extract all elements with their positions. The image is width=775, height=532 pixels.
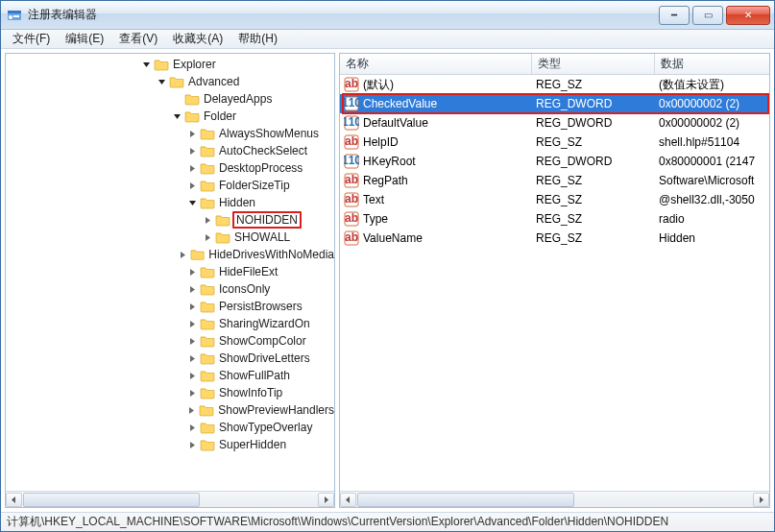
tree-item-autocheckselect[interactable]: AutoCheckSelect — [6, 142, 334, 159]
expander-closed-icon[interactable] — [186, 422, 198, 433]
value-row[interactable]: abTypeREG_SZradio — [340, 209, 769, 229]
value-row[interactable]: abHelpIDREG_SZshell.hlp#51104 — [340, 133, 769, 152]
tree-item-advanced[interactable]: Advanced — [6, 73, 334, 90]
value-data-cell: @shell32.dll,-3050 — [659, 193, 765, 206]
expander-closed-icon[interactable] — [202, 214, 213, 226]
tree-item-alwaysshowmenus[interactable]: AlwaysShowMenus — [6, 125, 334, 142]
binary-value-icon: 110 — [344, 154, 359, 169]
string-value-icon: ab — [344, 173, 359, 188]
tree-item-hidefileext[interactable]: HideFileExt — [6, 263, 334, 280]
value-name: HelpID — [363, 135, 399, 149]
expander-closed-icon[interactable] — [186, 145, 198, 157]
tree-item-superhidden[interactable]: SuperHidden — [6, 436, 334, 453]
value-row[interactable]: abValueNameREG_SZHidden — [340, 229, 769, 248]
expander-closed-icon[interactable] — [186, 180, 198, 191]
app-icon — [7, 8, 22, 23]
expander-closed-icon[interactable] — [186, 439, 198, 450]
expander-open-icon[interactable] — [140, 59, 152, 70]
expander-closed-icon[interactable] — [186, 335, 198, 347]
value-row[interactable]: abTextREG_SZ@shell32.dll,-3050 — [340, 190, 769, 209]
tree-item-showcompcolor[interactable]: ShowCompColor — [6, 332, 334, 350]
svg-text:110: 110 — [344, 154, 359, 167]
value-data-cell: Software\Microsoft — [659, 174, 765, 187]
tree-item-delayedapps[interactable]: DelayedApps — [6, 90, 334, 108]
column-type[interactable]: 类型 — [532, 54, 655, 74]
expander-closed-icon[interactable] — [202, 231, 213, 243]
tree-item-showtypeoverlay[interactable]: ShowTypeOverlay — [6, 419, 334, 436]
scroll-right-button[interactable] — [753, 493, 769, 507]
values-hscrollbar[interactable] — [340, 491, 769, 507]
tree-item-nohidden[interactable]: NOHIDDEN — [6, 211, 334, 229]
scroll-left-button[interactable] — [340, 493, 356, 507]
maximize-button[interactable]: ▭ — [692, 6, 723, 25]
expander-closed-icon[interactable] — [186, 318, 198, 329]
tree-item-desktopprocess[interactable]: DesktopProcess — [6, 159, 334, 177]
tree-hscrollbar[interactable] — [6, 491, 334, 507]
title-bar[interactable]: 注册表编辑器 ━ ▭ ✕ — [1, 1, 774, 30]
close-button[interactable]: ✕ — [726, 6, 770, 25]
tree-item-folder[interactable]: Folder — [6, 108, 334, 125]
expander-closed-icon[interactable] — [186, 162, 198, 174]
tree-item-hidedriveswithnomedia[interactable]: HideDrivesWithNoMedia — [6, 246, 334, 263]
tree-item-showpreviewhandlers[interactable]: ShowPreviewHandlers — [6, 401, 334, 419]
menu-file[interactable]: 文件(F) — [5, 29, 58, 49]
menu-favorites[interactable]: 收藏夹(A) — [165, 29, 230, 49]
scroll-track[interactable] — [23, 493, 317, 507]
expander-closed-icon[interactable] — [186, 352, 198, 364]
values-pane: 名称 类型 数据 ab(默认)REG_SZ(数值未设置)110CheckedVa… — [339, 53, 770, 508]
folder-icon — [200, 351, 215, 365]
expander-closed-icon[interactable] — [186, 266, 198, 278]
expander-closed-icon[interactable] — [186, 283, 198, 295]
tree-item-sharingwizardon[interactable]: SharingWizardOn — [6, 315, 334, 332]
tree-item-showall[interactable]: SHOWALL — [6, 229, 334, 246]
menu-help[interactable]: 帮助(H) — [230, 29, 285, 49]
tree-item-persistbrowsers[interactable]: PersistBrowsers — [6, 298, 334, 315]
expander-closed-icon[interactable] — [186, 128, 198, 139]
expander-closed-icon[interactable] — [186, 387, 198, 399]
tree-scroll-area[interactable]: ExplorerAdvancedDelayedAppsFolderAlwaysS… — [6, 54, 334, 491]
folder-icon — [200, 265, 215, 278]
value-row[interactable]: 110DefaultValueREG_DWORD0x00000002 (2) — [340, 113, 769, 133]
menu-view[interactable]: 查看(V) — [111, 29, 165, 49]
value-row[interactable]: ab(默认)REG_SZ(数值未设置) — [340, 75, 769, 94]
folder-icon — [200, 386, 215, 399]
binary-value-icon: 110 — [344, 96, 359, 111]
tree-label: HideDrivesWithNoMedia — [208, 248, 334, 261]
expander-closed-icon[interactable] — [178, 249, 188, 260]
tree-item-showinfotip[interactable]: ShowInfoTip — [6, 384, 334, 401]
svg-text:ab: ab — [345, 211, 358, 225]
tree-item-foldersizetip[interactable]: FolderSizeTip — [6, 177, 334, 194]
value-row[interactable]: 110HKeyRootREG_DWORD0x80000001 (2147 — [340, 152, 769, 171]
scroll-right-button[interactable] — [318, 493, 334, 507]
tree-item-showfullpath[interactable]: ShowFullPath — [6, 367, 334, 384]
svg-text:ab: ab — [345, 192, 358, 206]
scroll-left-button[interactable] — [6, 493, 22, 507]
expander-open-icon[interactable] — [156, 76, 167, 87]
scroll-thumb[interactable] — [357, 493, 574, 507]
expander-open-icon[interactable] — [186, 197, 198, 208]
menu-edit[interactable]: 编辑(E) — [58, 29, 111, 49]
expander-closed-icon[interactable] — [186, 301, 198, 312]
minimize-button[interactable]: ━ — [659, 6, 690, 25]
column-data[interactable]: 数据 — [655, 54, 769, 74]
expander-closed-icon[interactable] — [186, 370, 198, 381]
tree-item-hidden[interactable]: Hidden — [6, 194, 334, 211]
folder-icon — [215, 230, 230, 244]
expander-closed-icon[interactable] — [185, 404, 197, 416]
tree-item-showdriveletters[interactable]: ShowDriveLetters — [6, 350, 334, 367]
string-value-icon: ab — [344, 230, 359, 246]
value-row[interactable]: abRegPathREG_SZSoftware\Microsoft — [340, 171, 769, 190]
columns-header: 名称 类型 数据 — [340, 54, 769, 75]
tree-item-explorer[interactable]: Explorer — [6, 56, 334, 73]
value-name: ValueName — [363, 231, 423, 245]
tree-item-iconsonly[interactable]: IconsOnly — [6, 280, 334, 298]
value-row[interactable]: 110CheckedValueREG_DWORD0x00000002 (2) — [340, 94, 769, 113]
expander-open-icon[interactable] — [171, 110, 182, 122]
scroll-thumb[interactable] — [23, 493, 200, 507]
tree-label: PersistBrowsers — [219, 300, 303, 313]
values-scroll-area[interactable]: ab(默认)REG_SZ(数值未设置)110CheckedValueREG_DW… — [340, 75, 769, 491]
value-type-cell: REG_DWORD — [536, 116, 659, 130]
column-name[interactable]: 名称 — [340, 54, 532, 74]
scroll-track[interactable] — [357, 493, 752, 507]
folder-icon — [169, 75, 184, 88]
